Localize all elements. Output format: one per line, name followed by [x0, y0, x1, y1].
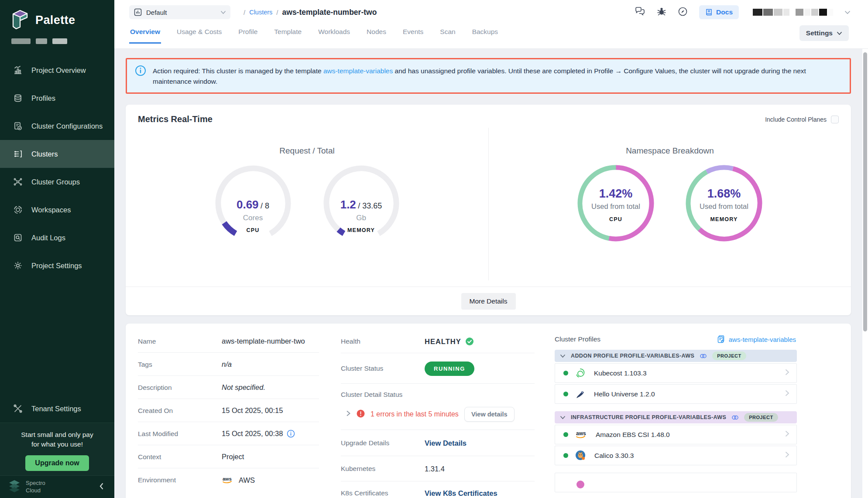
- namespace-memory-caption: Used from total: [683, 202, 765, 211]
- name-row: Name aws-template-number-two: [138, 330, 319, 353]
- infrastructure-profile-group-header[interactable]: INFRASTRUCTURE PROFILE PROFILE-VARIABLES…: [555, 411, 797, 423]
- template-variables-link[interactable]: aws-template-variables: [717, 335, 796, 344]
- sidebar-collapse-chevron[interactable]: [99, 483, 105, 491]
- alert-message: Action required: This cluster is managed…: [153, 65, 842, 87]
- hello-universe-icon: [575, 389, 586, 400]
- namespace-cpu-donut: 1.42% Used from total CPU: [574, 162, 657, 249]
- chevron-right-icon: [785, 430, 789, 439]
- footer-brand-line2: Cloud: [26, 487, 41, 494]
- expander-chevron-icon[interactable]: [346, 410, 351, 418]
- book-icon: [705, 8, 713, 16]
- namespace-breakdown-title: Namespace Breakdown: [489, 146, 851, 156]
- tab-profile[interactable]: Profile: [237, 25, 258, 44]
- tab-scan[interactable]: Scan: [439, 25, 456, 44]
- include-control-planes-label: Include Control Planes: [765, 116, 827, 123]
- sidebar-item-profiles[interactable]: Profiles: [0, 84, 114, 112]
- namespace-cpu-percent: 1.42%: [574, 187, 657, 201]
- compass-tour-icon[interactable]: [678, 7, 688, 18]
- error-icon: [357, 409, 365, 420]
- sidebar-item-project-settings[interactable]: Project Settings: [0, 252, 114, 280]
- created-on-row: Created On 15 Oct 2025, 00:15: [138, 399, 319, 422]
- profile-item-amazon-ebs-csi[interactable]: aws Amazon EBS CSI 1.48.0: [555, 425, 797, 444]
- environment-value: AWS: [239, 476, 255, 484]
- namespace-breakdown-panel: Namespace Breakdown 1.42% Used from tota…: [488, 128, 851, 280]
- more-details-button[interactable]: More Details: [461, 293, 516, 310]
- chevron-right-icon: [785, 369, 789, 377]
- upgrade-promo: Start small and only payfor what you use…: [0, 423, 114, 475]
- tab-events[interactable]: Events: [402, 25, 424, 44]
- tab-backups[interactable]: Backups: [471, 25, 499, 44]
- template-doc-icon: [717, 335, 725, 344]
- profile-item-hello-universe[interactable]: Hello Universe 1.2.0: [555, 384, 797, 404]
- addon-profile-name: ADDON PROFILE PROFILE-VARIABLES-AWS: [571, 353, 694, 359]
- project-selector[interactable]: Default: [129, 5, 230, 19]
- view-details-button[interactable]: View details: [464, 407, 515, 422]
- project-badge: PROJECT: [712, 351, 746, 360]
- view-k8s-certificates-link[interactable]: View K8s Certificates: [425, 489, 497, 498]
- request-total-panel: Request / Total 0.69 / 8 Cores CPU: [126, 128, 488, 280]
- profile-item-kubecost[interactable]: Kubecost 1.103.3: [555, 363, 797, 383]
- sidebar-item-cluster-groups[interactable]: Cluster Groups: [0, 168, 114, 196]
- tools-icon: [13, 404, 23, 413]
- docs-button[interactable]: Docs: [699, 5, 739, 19]
- profile-item-name: Hello Universe 1.2.0: [594, 390, 655, 398]
- tab-template[interactable]: Template: [273, 25, 302, 44]
- description-value: Not specified.: [222, 383, 265, 392]
- palette-logo-icon: [10, 9, 30, 31]
- cpu-gauge-label: CPU: [212, 227, 295, 233]
- cluster-name-value: aws-template-number-two: [222, 337, 305, 345]
- chevron-down-icon: [220, 8, 226, 16]
- alert-template-link[interactable]: aws-template-variables: [323, 67, 393, 75]
- profile-item-name: Kubecost 1.103.3: [594, 369, 647, 377]
- audit-search-icon: [13, 233, 23, 242]
- error-count-text: 1 errors in the last 5 minutes: [371, 410, 459, 418]
- details-middle-column: Health HEALTHY Cluster Status RUNNING Cl…: [341, 330, 535, 498]
- breadcrumb-clusters-link[interactable]: Clusters: [249, 9, 272, 16]
- profile-item-name: Calico 3.30.3: [594, 452, 634, 460]
- cpu-request-value: 0.69: [237, 198, 259, 211]
- cpu-gauge: 0.69 / 8 Cores CPU: [212, 162, 295, 249]
- sidebar-item-cluster-configurations[interactable]: Cluster Configurations: [0, 112, 114, 140]
- sidebar-item-tenant-settings[interactable]: Tenant Settings: [0, 395, 114, 423]
- tab-usage-costs[interactable]: Usage & Costs: [176, 25, 223, 44]
- partial-profile-icon: [575, 478, 586, 489]
- profile-item-partial[interactable]: [555, 473, 797, 492]
- cluster-tabs: Overview Usage & Costs Profile Template …: [129, 25, 499, 44]
- tab-overview[interactable]: Overview: [129, 25, 161, 44]
- calico-icon: [575, 450, 587, 461]
- profile-item-calico[interactable]: Calico 3.30.3: [555, 446, 797, 465]
- sidebar-item-project-overview[interactable]: Project Overview: [0, 56, 114, 84]
- include-control-planes-checkbox[interactable]: [831, 116, 839, 123]
- spectro-cloud-logo: [7, 479, 22, 495]
- redacted-username: [753, 9, 833, 16]
- scrollbar-track[interactable]: [862, 49, 868, 498]
- upgrade-view-details-link[interactable]: View Details: [425, 439, 467, 447]
- sidebar-item-audit-logs[interactable]: Audit Logs: [0, 224, 114, 252]
- scrollbar-thumb[interactable]: [863, 52, 867, 331]
- cluster-status-row: Cluster Status RUNNING: [341, 353, 535, 384]
- user-menu-chevron-icon[interactable]: [844, 8, 851, 16]
- bug-report-icon[interactable]: [657, 7, 666, 18]
- namespace-memory-label: MEMORY: [683, 216, 765, 222]
- svg-text:aws: aws: [223, 476, 232, 481]
- settings-button[interactable]: Settings: [799, 25, 849, 41]
- network-icon: [13, 177, 23, 187]
- tab-nodes[interactable]: Nodes: [366, 25, 387, 44]
- sidebar-item-clusters[interactable]: Clusters: [0, 140, 114, 168]
- last-modified-value: 15 Oct 2025, 00:38: [222, 430, 283, 438]
- status-dot: [563, 371, 568, 375]
- feedback-chat-icon[interactable]: [635, 7, 645, 18]
- context-value: Project: [222, 453, 244, 461]
- tags-row: Tags n/a: [138, 353, 319, 376]
- breadcrumb-current: aws-template-number-two: [282, 8, 377, 17]
- environment-row: Environment aws AWS: [138, 468, 319, 491]
- upgrade-now-button[interactable]: Upgrade now: [25, 455, 89, 471]
- chevron-down-icon: [560, 416, 566, 420]
- aws-logo: aws: [222, 476, 235, 484]
- tab-workloads[interactable]: Workloads: [317, 25, 351, 44]
- last-modified-row: Last Modified 15 Oct 2025, 00:38: [138, 422, 319, 445]
- sidebar-item-workspaces[interactable]: Workspaces: [0, 196, 114, 224]
- svg-text:aws: aws: [576, 430, 586, 437]
- addon-profile-group-header[interactable]: ADDON PROFILE PROFILE-VARIABLES-AWS PROJ…: [555, 350, 797, 362]
- namespace-memory-donut: 1.68% Used from total MEMORY: [683, 162, 765, 249]
